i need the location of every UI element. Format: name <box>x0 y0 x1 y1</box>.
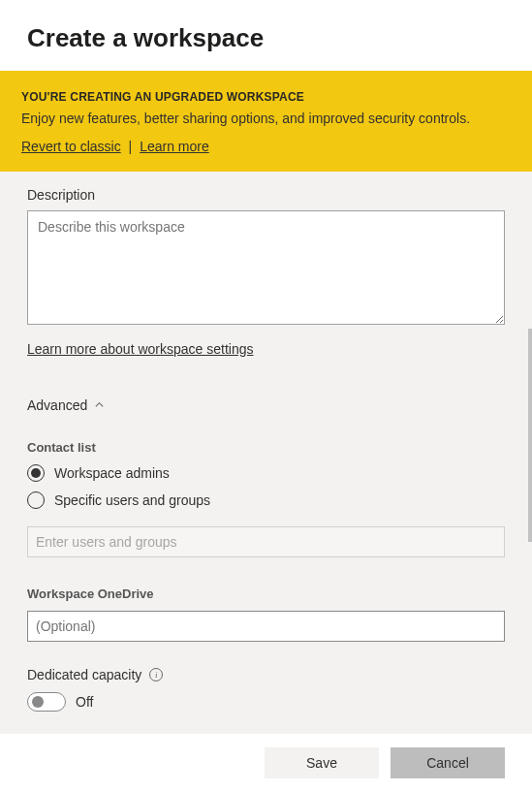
capacity-toggle[interactable] <box>27 692 66 712</box>
cancel-button[interactable]: Cancel <box>391 747 505 778</box>
radio-selected-icon <box>27 464 45 482</box>
capacity-toggle-state: Off <box>76 694 93 710</box>
radio-admins-label: Workspace admins <box>54 465 170 481</box>
users-groups-input[interactable] <box>27 526 505 557</box>
banner-heading: YOU'RE CREATING AN UPGRADED WORKSPACE <box>21 90 511 104</box>
onedrive-label: Workspace OneDrive <box>27 586 505 601</box>
chevron-up-icon <box>93 399 105 411</box>
workspace-settings-link[interactable]: Learn more about workspace settings <box>27 341 253 357</box>
radio-specific-label: Specific users and groups <box>54 492 210 508</box>
learn-more-link[interactable]: Learn more <box>140 139 209 154</box>
advanced-label: Advanced <box>27 397 87 413</box>
advanced-toggle[interactable]: Advanced <box>27 397 505 413</box>
radio-specific-users[interactable]: Specific users and groups <box>27 491 505 509</box>
link-separator: | <box>129 139 133 154</box>
scrollbar[interactable] <box>528 329 532 542</box>
description-textarea[interactable] <box>27 210 505 325</box>
upgrade-banner: YOU'RE CREATING AN UPGRADED WORKSPACE En… <box>0 71 532 172</box>
radio-workspace-admins[interactable]: Workspace admins <box>27 464 505 482</box>
banner-text: Enjoy new features, better sharing optio… <box>21 110 511 129</box>
onedrive-input[interactable] <box>27 611 505 642</box>
footer-actions: Save Cancel <box>0 734 532 792</box>
info-icon[interactable]: i <box>149 668 163 681</box>
page-title: Create a workspace <box>27 23 505 53</box>
save-button[interactable]: Save <box>265 747 379 778</box>
dedicated-capacity-label: Dedicated capacity <box>27 667 141 682</box>
toggle-thumb-icon <box>32 696 44 708</box>
description-label: Description <box>27 187 505 203</box>
contact-list-label: Contact list <box>27 440 505 455</box>
radio-unselected-icon <box>27 491 45 509</box>
revert-to-classic-link[interactable]: Revert to classic <box>21 139 121 154</box>
